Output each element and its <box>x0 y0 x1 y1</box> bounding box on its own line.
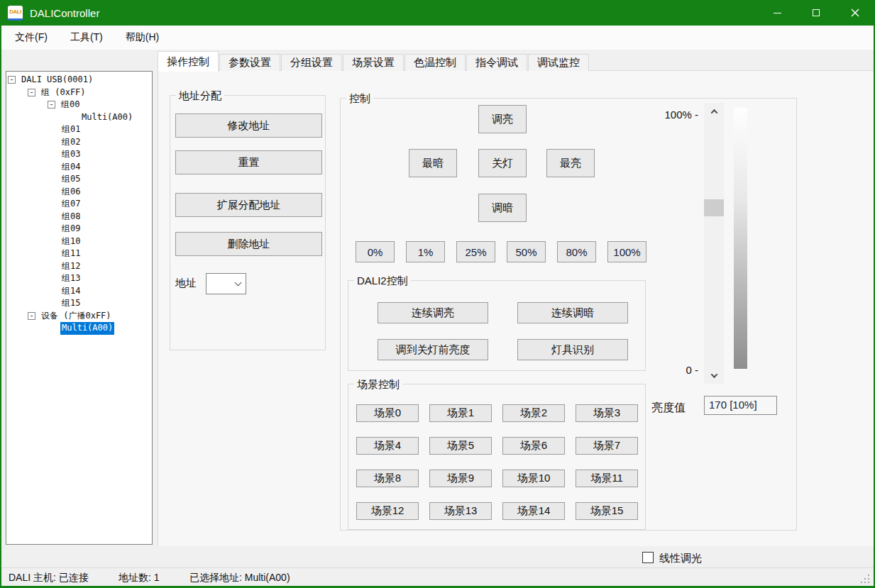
tree-item[interactable]: 组07 <box>6 198 152 211</box>
tree-item[interactable]: Multi(A00) <box>6 111 152 124</box>
tree-item-label: 设备 (广播0xFF) <box>40 310 113 323</box>
scene-button[interactable]: 场景13 <box>429 502 492 520</box>
scene-button[interactable]: 场景1 <box>429 404 492 422</box>
titlebar[interactable]: DALI DALIController <box>0 0 875 26</box>
scene-button[interactable]: 场景7 <box>576 437 638 455</box>
tree-item[interactable]: 组04 <box>6 161 152 174</box>
modify-address-button[interactable]: 修改地址 <box>175 113 322 138</box>
light-off-button[interactable]: 关灯 <box>478 149 527 177</box>
scene-button[interactable]: 场景6 <box>502 437 565 455</box>
maximize-button[interactable] <box>800 0 832 26</box>
tree-collapse-icon[interactable] <box>28 89 35 96</box>
tree-item[interactable]: Multi(A00) <box>6 322 152 335</box>
status-selected-address: 已选择地址: Multi(A00) <box>189 572 290 584</box>
scene-group-title: 场景控制 <box>354 377 402 391</box>
footer-row: 线性调光 <box>0 546 875 567</box>
menu-item[interactable]: 工具(T) <box>62 26 111 50</box>
scene-button[interactable]: 场景3 <box>576 404 638 422</box>
chevron-down-icon <box>710 371 717 378</box>
tree-collapse-icon[interactable] <box>48 101 55 109</box>
tree-item[interactable]: DALI USB(0001) <box>6 74 152 87</box>
scroll-down-button[interactable] <box>704 367 724 384</box>
scene-button-grid: 场景0场景1场景2场景3场景4场景5场景6场景7场景8场景9场景10场景11场景… <box>356 404 638 520</box>
tree-collapse-icon[interactable] <box>28 312 35 320</box>
scene-button[interactable]: 场景5 <box>429 437 492 455</box>
tree-item[interactable]: 组08 <box>6 211 152 223</box>
percent-button[interactable]: 100% <box>607 241 646 262</box>
chevron-down-icon <box>235 279 242 287</box>
tab[interactable]: 操作控制 <box>158 51 219 72</box>
address-allocation-group: 地址分配 搜索有地址的设备全新分配地址扩展分配地址删除地址 地址 修改地址 重置 <box>170 95 326 350</box>
brightest-button[interactable]: 最亮 <box>546 149 595 177</box>
tree-item[interactable]: 组 (0xFF) <box>6 87 152 99</box>
tree-item[interactable]: 组13 <box>6 272 152 285</box>
minimize-button[interactable] <box>761 0 793 26</box>
tab[interactable]: 调试监控 <box>528 54 589 71</box>
scene-button[interactable]: 场景9 <box>429 470 492 487</box>
scene-button[interactable]: 场景4 <box>356 437 419 455</box>
percent-button[interactable]: 0% <box>356 241 395 262</box>
percent-button[interactable]: 50% <box>507 241 546 262</box>
percent-button[interactable]: 1% <box>406 241 445 262</box>
tree-item[interactable]: 组02 <box>6 136 152 149</box>
menu-item[interactable]: 文件(F) <box>7 26 55 50</box>
tab[interactable]: 指令调试 <box>466 54 527 71</box>
tree-item[interactable]: 组00 <box>6 99 152 111</box>
control-group: 控制 调亮 最暗 关灯 最亮 调暗 0%1%25%50%80%100% DALI… <box>340 98 797 531</box>
slider-min-label: 0 - <box>639 364 698 376</box>
percent-button[interactable]: 25% <box>456 241 495 262</box>
chevron-up-icon <box>710 109 717 116</box>
brightness-scrollbar[interactable] <box>704 103 724 384</box>
slider-max-label: 100% - <box>639 109 698 121</box>
tree-item[interactable]: 组06 <box>6 186 152 199</box>
tree-item[interactable]: 组03 <box>6 148 152 161</box>
address-combobox[interactable] <box>206 273 246 294</box>
tab[interactable]: 场景设置 <box>343 54 404 71</box>
tree-item-label: Multi(A00) <box>60 322 114 335</box>
window-border-left <box>0 26 1 588</box>
tree-item[interactable]: 组12 <box>6 260 152 273</box>
dali2-button[interactable]: 灯具识别 <box>517 339 628 360</box>
tab[interactable]: 参数设置 <box>219 54 280 71</box>
dali2-button[interactable]: 调到关灯前亮度 <box>378 339 488 360</box>
resize-grip[interactable] <box>861 575 862 576</box>
tree-item[interactable]: 组05 <box>6 173 152 186</box>
tab[interactable]: 分组设置 <box>281 54 342 71</box>
tree-item-label: 组15 <box>60 297 82 310</box>
dali2-button[interactable]: 连续调暗 <box>517 302 628 323</box>
scene-button[interactable]: 场景15 <box>576 502 638 520</box>
tree-item[interactable]: 组11 <box>6 248 152 260</box>
brighten-button[interactable]: 调亮 <box>478 105 527 133</box>
close-button[interactable] <box>839 0 871 26</box>
tree-item[interactable]: 组01 <box>6 123 152 136</box>
app-icon: DALI <box>8 6 23 21</box>
tree-item[interactable]: 设备 (广播0xFF) <box>6 310 152 323</box>
device-tree[interactable]: DALI USB(0001) 组 (0xFF) 组00 Multi(A00) 组… <box>6 71 153 545</box>
tab[interactable]: 色温控制 <box>405 54 466 71</box>
dali2-button[interactable]: 连续调亮 <box>378 302 488 323</box>
tree-item[interactable]: 组10 <box>6 235 152 248</box>
percent-button[interactable]: 80% <box>557 241 596 262</box>
scene-button[interactable]: 场景2 <box>502 404 565 422</box>
tree-item[interactable]: 组15 <box>6 297 152 310</box>
tree-collapse-icon[interactable] <box>8 76 16 84</box>
brightness-value-box[interactable]: 170 [10%] <box>704 396 777 415</box>
scene-button[interactable]: 场景12 <box>356 502 419 520</box>
tree-item[interactable]: 组09 <box>6 223 152 235</box>
scene-button[interactable]: 场景11 <box>576 470 638 487</box>
scene-button[interactable]: 场景0 <box>356 404 419 422</box>
address-action-button[interactable]: 删除地址 <box>175 232 322 256</box>
linear-dimming-checkbox[interactable] <box>642 552 654 563</box>
reset-button[interactable]: 重置 <box>175 150 322 174</box>
tree-item[interactable]: 组14 <box>6 285 152 298</box>
darkest-button[interactable]: 最暗 <box>409 149 457 177</box>
dim-button[interactable]: 调暗 <box>478 194 527 222</box>
scene-button[interactable]: 场景10 <box>502 470 565 487</box>
scrollbar-thumb[interactable] <box>704 199 724 216</box>
menu-item[interactable]: 帮助(H) <box>118 26 167 50</box>
scene-button[interactable]: 场景8 <box>356 470 419 487</box>
scene-button[interactable]: 场景14 <box>502 502 565 520</box>
address-action-button[interactable]: 扩展分配地址 <box>175 193 322 217</box>
tree-item-label: 组07 <box>60 198 82 211</box>
scroll-up-button[interactable] <box>704 103 724 120</box>
